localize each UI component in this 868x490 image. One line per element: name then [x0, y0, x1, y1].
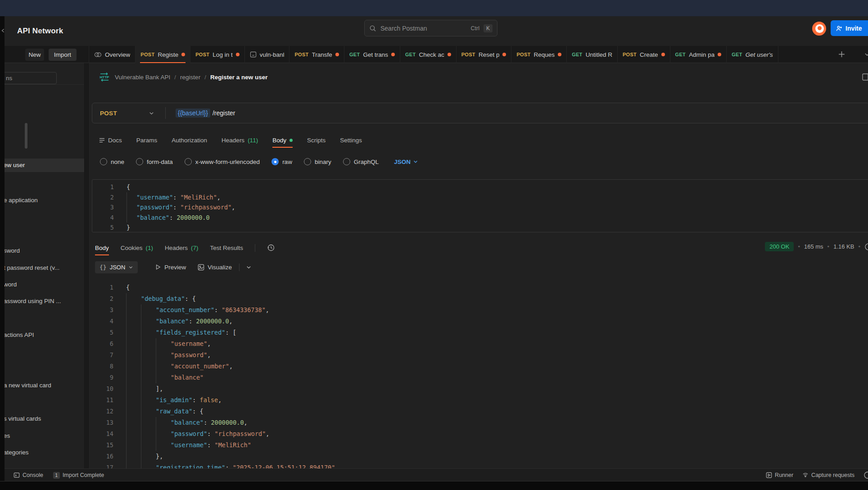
tab-check-ac[interactable]: GETCheck ac: [400, 46, 457, 63]
body-mode-form-data[interactable]: form-data: [136, 158, 173, 165]
sidebar-item-es[interactable]: es: [0, 429, 84, 443]
token: ,: [207, 349, 211, 361]
invite-button[interactable]: Invite: [831, 20, 868, 36]
code-line: 3"account_number": "8634336738",: [92, 304, 868, 316]
tab-method-label: GET: [675, 52, 686, 57]
svg-text:HTTP: HTTP: [100, 75, 110, 79]
sidebar-item-assword-using-pin[interactable]: assword using PIN ...: [0, 295, 84, 308]
import-complete-status[interactable]: 1 Import Complete: [53, 472, 104, 479]
layout-toggle-icon[interactable]: [862, 73, 868, 81]
body-mode-none[interactable]: none: [100, 158, 124, 165]
sidebar-item-t-password-reset-v[interactable]: t password reset (v...: [0, 261, 84, 275]
tab-transfe[interactable]: POSTTransfe: [289, 46, 344, 63]
indent-guide: [126, 338, 141, 349]
sidebar-item-ategories[interactable]: ategories: [0, 446, 84, 459]
toolbar-chevron-icon[interactable]: [246, 264, 252, 270]
line-number: 16: [92, 451, 126, 462]
tab-reques[interactable]: POSTReques: [511, 46, 567, 63]
tab-method-label: POST: [195, 52, 209, 57]
tab-get-user-s[interactable]: GETGet user's: [727, 46, 778, 63]
token: false: [200, 395, 218, 406]
help-partial-icon[interactable]: [863, 471, 868, 479]
sidebar-scrollbar-thumb[interactable]: [25, 123, 27, 149]
search-icon: [369, 25, 376, 32]
code-line: 12"raw_data": {: [92, 406, 868, 417]
tab-get-trans[interactable]: GETGet trans: [344, 46, 400, 63]
body-mode-graphql[interactable]: GraphQL: [343, 158, 379, 165]
sidebar-item-e-application[interactable]: e application: [0, 194, 84, 207]
import-count-badge: 1: [53, 472, 60, 479]
line-number: 17: [92, 462, 126, 468]
url-path[interactable]: /register: [212, 109, 235, 117]
request-tab-params[interactable]: Params: [136, 132, 158, 149]
code-line: 4"balance": 2000000.0,: [92, 316, 868, 327]
body-mode-x-www-form-urlencoded[interactable]: x-www-form-urlencoded: [185, 158, 260, 165]
response-body-viewer[interactable]: 1{2"debug_data": {3"account_number": "86…: [92, 279, 868, 468]
request-tab-scripts[interactable]: Scripts: [307, 132, 326, 149]
breadcrumb-folder[interactable]: register: [180, 74, 200, 81]
base-url-variable[interactable]: {{baseUrl}}: [176, 109, 210, 118]
token: "richpassword": [181, 202, 232, 213]
line-number: 3: [92, 304, 126, 316]
import-button[interactable]: Import: [49, 49, 77, 61]
new-button[interactable]: New: [25, 49, 44, 61]
token: {: [126, 282, 130, 293]
sidebar-item-a-new-virtual-card[interactable]: a new virtual card: [0, 379, 84, 392]
indent-guide: [141, 349, 156, 361]
add-tab-icon[interactable]: [838, 50, 845, 58]
sidebar-item-word[interactable]: word: [0, 278, 84, 291]
response-tab-test-results[interactable]: Test Results: [210, 239, 244, 256]
tab-create[interactable]: POSTCreate: [618, 46, 670, 63]
code-line: 3"password": "richpassword",: [92, 202, 868, 213]
tab-reset-p[interactable]: POSTReset p: [457, 46, 512, 63]
tab-log-in-t[interactable]: POSTLog in t: [190, 46, 244, 63]
tab-bar: New Import OverviewPOSTRegistePOSTLog in…: [0, 46, 868, 63]
response-tab-headers[interactable]: Headers(7): [165, 239, 199, 256]
request-body-editor[interactable]: 1{2"username": "MeliRich",3"password": "…: [92, 179, 868, 232]
sidebar-item-actions-api[interactable]: actions API: [0, 328, 84, 342]
request-tab-authorization[interactable]: Authorization: [172, 132, 207, 149]
code-line: 7"password",: [92, 349, 868, 361]
request-tab-headers[interactable]: Headers(11): [222, 132, 258, 149]
tab-admin-pa[interactable]: GETAdmin pa: [670, 46, 727, 63]
sidebar-main-divider[interactable]: [84, 63, 89, 468]
body-mode-binary[interactable]: binary: [304, 158, 331, 165]
sidebar-item-ew-user[interactable]: ew user: [0, 159, 84, 172]
save-response-icon[interactable]: [864, 243, 868, 251]
collapse-chevron-icon[interactable]: [0, 28, 6, 33]
visualize-button[interactable]: Visualize: [198, 264, 232, 271]
search-input[interactable]: Search Postman Ctrl K: [364, 20, 497, 36]
tab-vuln-banl[interactable]: vuln-banl: [245, 46, 290, 63]
sidebar-item-s-virtual-cards[interactable]: s virtual cards: [0, 412, 84, 426]
method-select[interactable]: POST: [100, 110, 117, 117]
runner-button[interactable]: Runner: [766, 472, 793, 478]
tab-label: Registe: [158, 51, 178, 58]
request-tabs: DocsParamsAuthorizationHeaders(11)BodySc…: [89, 132, 362, 149]
indent-guide: [156, 361, 171, 372]
sidebar-filter-input[interactable]: ns: [0, 72, 57, 84]
body-mode-raw[interactable]: raw: [271, 158, 292, 165]
language-select[interactable]: JSON: [394, 159, 418, 165]
tab-overflow-chevron-icon[interactable]: [864, 51, 868, 58]
postman-logo-icon[interactable]: [812, 22, 826, 36]
tab-untitled-r[interactable]: GETUntitled R: [567, 46, 618, 63]
tab-label: Reques: [534, 51, 555, 58]
response-tab-body[interactable]: Body: [95, 239, 109, 256]
breadcrumb-collection[interactable]: Vulnerable Bank API: [115, 74, 170, 81]
tab-registe[interactable]: POSTRegiste: [136, 46, 190, 63]
indent-guide: [126, 361, 141, 372]
code-line: 14"password": "richpassword",: [92, 428, 868, 440]
request-tab-settings[interactable]: Settings: [340, 132, 362, 149]
history-clock-icon[interactable]: [267, 244, 275, 252]
request-tab-body[interactable]: Body: [272, 132, 293, 149]
sidebar-item-sword[interactable]: sword: [0, 244, 84, 258]
response-tab-cookies[interactable]: Cookies(1): [121, 239, 153, 256]
status-badge: 200 OK: [765, 242, 794, 251]
method-chevron-icon[interactable]: [149, 110, 154, 116]
console-button[interactable]: Console: [14, 472, 43, 478]
format-select[interactable]: {} JSON: [95, 261, 138, 273]
preview-button[interactable]: Preview: [155, 264, 186, 271]
request-tab-docs[interactable]: Docs: [99, 132, 122, 149]
tab-overview[interactable]: Overview: [89, 46, 136, 63]
capture-requests-button[interactable]: Capture requests: [802, 472, 854, 478]
